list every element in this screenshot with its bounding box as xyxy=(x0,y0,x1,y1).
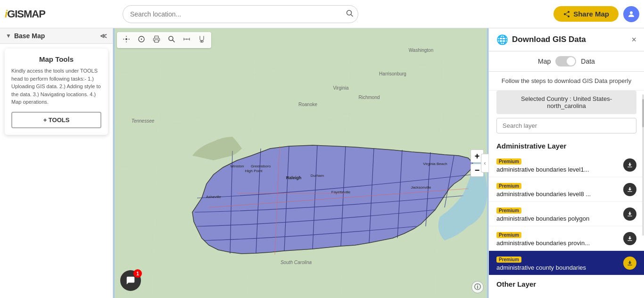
svg-text:Roanoke: Roanoke xyxy=(298,102,317,107)
logo: iGISMAP xyxy=(5,8,45,20)
svg-text:Richmond: Richmond xyxy=(358,95,380,100)
svg-text:Asheville: Asheville xyxy=(206,195,222,199)
download-button-county[interactable] xyxy=(623,257,636,270)
svg-text:Jacksonville: Jacksonville xyxy=(411,185,431,190)
basemap-chevron-icon: ▼ xyxy=(6,33,11,39)
layer-info-province: Premium administrative boundaries provin… xyxy=(496,230,623,247)
tools-button[interactable]: + TOOLS xyxy=(11,112,101,128)
layer-item-province[interactable]: Premium administrative boundaries provin… xyxy=(489,226,644,251)
right-panel-title: Download GIS Data xyxy=(512,35,586,44)
basemap-label: Base Map xyxy=(14,32,45,40)
scrollbar-thumb[interactable] xyxy=(642,99,644,127)
svg-rect-50 xyxy=(155,40,158,42)
layer-item-polygon[interactable]: Premium administrative boundaries polygo… xyxy=(489,202,644,226)
map-data-toggle[interactable] xyxy=(555,56,576,66)
search-layer-input[interactable] xyxy=(496,118,636,133)
basemap-label-container: ▼ Base Map xyxy=(6,32,45,40)
svg-point-47 xyxy=(125,38,127,40)
premium-badge-level8: Premium xyxy=(496,183,521,189)
left-panel: ▼ Base Map ≪ Map Tools Kindly access the… xyxy=(0,28,113,298)
svg-text:Tennessee: Tennessee xyxy=(132,118,155,124)
svg-text:Durham: Durham xyxy=(311,174,324,178)
toggle-map-label: Map xyxy=(538,58,551,65)
download-button-level8[interactable] xyxy=(623,183,636,196)
map-background: Raleigh High Point Winston Greensboro As… xyxy=(113,28,488,298)
share-button-label: Share Map xyxy=(573,10,609,18)
chat-badge: 1 xyxy=(133,269,142,278)
administrative-section-title: Administrative Layer xyxy=(489,137,644,153)
premium-badge-province: Premium xyxy=(496,232,521,238)
svg-point-2 xyxy=(568,11,570,13)
svg-text:Winston: Winston xyxy=(231,164,244,168)
layer-item-level8[interactable]: Premium administrative boundaries level8… xyxy=(489,177,644,202)
toggle-data-label: Data xyxy=(581,58,595,65)
map-tools-card: Map Tools Kindly access the tools under … xyxy=(5,49,108,135)
map-svg: Raleigh High Point Winston Greensboro As… xyxy=(113,28,488,298)
search-button[interactable] xyxy=(346,9,354,18)
share-map-button[interactable]: Share Map xyxy=(553,6,619,22)
map-toolbar xyxy=(117,32,211,48)
svg-point-7 xyxy=(630,11,633,14)
chat-bubble[interactable]: 1 xyxy=(120,270,141,291)
svg-line-5 xyxy=(566,15,568,16)
layer-info-polygon: Premium administrative boundaries polygo… xyxy=(496,206,623,222)
target-button[interactable] xyxy=(135,33,148,47)
layer-name-province: administrative boundaries provin... xyxy=(496,240,623,247)
svg-text:South Carolina: South Carolina xyxy=(281,260,312,265)
share-icon xyxy=(563,10,570,18)
close-panel-button[interactable]: × xyxy=(631,35,636,45)
layer-name-polygon: administrative boundaries polygon xyxy=(496,215,623,222)
toggle-row: Map Data xyxy=(489,51,644,72)
selected-country: Selected Country : United States-north_c… xyxy=(496,91,636,114)
measure-button[interactable] xyxy=(180,33,193,47)
download-button-polygon[interactable] xyxy=(623,207,636,221)
locate-button[interactable] xyxy=(120,33,133,47)
layer-name-level8: administrative boundaries level8 ... xyxy=(496,190,623,198)
info-text: Follow the steps to download GIS Data pr… xyxy=(489,72,644,91)
download-button-level1[interactable] xyxy=(623,158,636,172)
layer-info-county: Premium administrative county boundaries xyxy=(496,255,623,271)
download-button-province[interactable] xyxy=(623,232,636,245)
layer-info-level8: Premium administrative boundaries level8… xyxy=(496,181,623,198)
map-tools-title: Map Tools xyxy=(11,55,101,63)
basemap-header[interactable]: ▼ Base Map ≪ xyxy=(0,28,113,44)
svg-text:Greensboro: Greensboro xyxy=(251,164,271,168)
collapse-icon[interactable]: ≪ xyxy=(100,32,107,40)
svg-point-58 xyxy=(201,41,203,42)
svg-line-1 xyxy=(351,15,353,17)
clip-button[interactable] xyxy=(195,33,208,47)
svg-text:Virginia: Virginia xyxy=(333,85,349,91)
map-container[interactable]: Raleigh High Point Winston Greensboro As… xyxy=(113,28,488,298)
svg-text:Harrisonburg: Harrisonburg xyxy=(379,71,406,76)
search-bar-container xyxy=(123,5,358,23)
logo-area: iGISMAP xyxy=(5,8,118,20)
print-button[interactable] xyxy=(150,33,163,47)
layer-item-county[interactable]: Premium administrative county boundaries xyxy=(489,251,644,275)
svg-point-3 xyxy=(564,13,566,15)
layer-name-level1: administrative boundaries level1... xyxy=(496,166,623,173)
scrollbar-track xyxy=(642,94,644,236)
layer-item-level1[interactable]: Premium administrative boundaries level1… xyxy=(489,153,644,177)
svg-line-52 xyxy=(173,40,174,42)
main-area: ▼ Base Map ≪ Map Tools Kindly access the… xyxy=(0,28,644,298)
svg-text:Raleigh: Raleigh xyxy=(286,175,302,180)
right-panel: 🌐 Download GIS Data × Map Data Follow th… xyxy=(488,28,644,298)
user-avatar[interactable] xyxy=(623,6,639,22)
map-info-button[interactable]: ⓘ xyxy=(471,281,484,293)
chat-icon xyxy=(125,275,136,286)
search-input[interactable] xyxy=(123,5,358,23)
other-section-title: Other Layer xyxy=(489,275,644,291)
svg-text:Virginia Beach: Virginia Beach xyxy=(423,162,447,166)
search-map-button[interactable] xyxy=(165,33,178,47)
right-panel-title-container: 🌐 Download GIS Data xyxy=(496,34,586,45)
layer-name-county: administrative county boundaries xyxy=(496,264,623,271)
svg-text:High Point: High Point xyxy=(245,169,263,173)
svg-point-4 xyxy=(568,15,570,17)
panel-collapse-handle[interactable]: ‹ xyxy=(481,154,488,173)
header-right: Share Map xyxy=(553,6,639,22)
right-panel-content: Administrative Layer Premium administrat… xyxy=(489,137,644,298)
svg-line-6 xyxy=(566,12,568,14)
globe-icon: 🌐 xyxy=(496,34,508,45)
svg-point-49 xyxy=(141,39,141,39)
header: iGISMAP Share Map xyxy=(0,0,644,28)
